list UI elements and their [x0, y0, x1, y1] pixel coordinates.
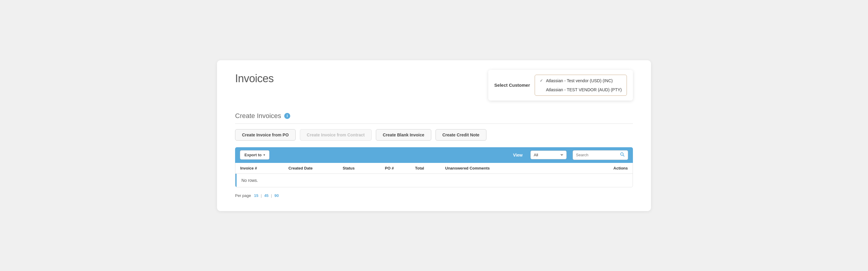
toolbar: Export to ▾ View All Draft Submitted App…: [235, 147, 633, 163]
search-wrapper: [572, 150, 628, 160]
col-total: Total: [415, 166, 445, 170]
view-select[interactable]: All Draft Submitted Approved Paid: [530, 150, 567, 159]
per-page-label: Per page: [235, 193, 251, 198]
section-divider: [235, 124, 633, 124]
customer-option-2[interactable]: ✓ Atlassian - TEST VENDOR (AUD) (PTY): [535, 85, 627, 94]
page-title: Invoices: [235, 72, 274, 85]
info-icon[interactable]: i: [284, 113, 290, 119]
checkmark-icon: ✓: [540, 78, 544, 83]
create-blank-invoice-button[interactable]: Create Blank Invoice: [376, 129, 431, 141]
create-invoice-from-po-button[interactable]: Create Invoice from PO: [235, 129, 296, 141]
section-title: Create Invoices: [235, 112, 281, 120]
no-rows-message: No rows.: [236, 174, 632, 187]
customer-dropdown[interactable]: ✓ Atlassian - Test vendor (USD) (INC) ✓ …: [535, 75, 627, 96]
customer-option-2-text: Atlassian - TEST VENDOR (AUD) (PTY): [546, 87, 622, 92]
per-page-90[interactable]: 90: [274, 193, 278, 198]
col-unanswered-comments: Unanswered Comments: [445, 166, 586, 170]
customer-selector: Select Customer ✓ Atlassian - Test vendo…: [488, 70, 633, 101]
per-page-45[interactable]: 45: [264, 193, 269, 198]
create-invoice-from-contract-button: Create Invoice from Contract: [300, 129, 372, 141]
page-container: Invoices Select Customer ✓ Atlassian - T…: [217, 60, 651, 211]
svg-line-1: [623, 155, 624, 156]
table-header: Invoice # Created Date Status PO # Total…: [236, 163, 632, 174]
customer-selector-label: Select Customer: [494, 82, 530, 88]
svg-point-0: [621, 153, 623, 156]
create-credit-note-button[interactable]: Create Credit Note: [435, 129, 487, 141]
table-container: Invoice # Created Date Status PO # Total…: [235, 163, 633, 187]
header-row: Invoices Select Customer ✓ Atlassian - T…: [235, 72, 633, 103]
col-invoice-num: Invoice #: [240, 166, 288, 170]
table-body: No rows.: [236, 174, 632, 187]
action-buttons-row: Create Invoice from PO Create Invoice fr…: [235, 129, 633, 141]
export-to-label: Export to: [244, 153, 261, 157]
per-page-15[interactable]: 15: [254, 193, 258, 198]
search-icon: [620, 152, 625, 158]
export-to-button[interactable]: Export to ▾: [240, 150, 270, 160]
col-actions: Actions: [586, 166, 628, 170]
customer-option-1-text: Atlassian - Test vendor (USD) (INC): [546, 78, 613, 83]
col-po-num: PO #: [385, 166, 415, 170]
col-status: Status: [343, 166, 385, 170]
export-chevron-icon: ▾: [264, 153, 265, 157]
pagination: Per page 15 | 45 | 90: [235, 192, 633, 199]
customer-option-1[interactable]: ✓ Atlassian - Test vendor (USD) (INC): [535, 76, 627, 85]
col-created-date: Created Date: [288, 166, 343, 170]
search-input[interactable]: [576, 153, 618, 157]
view-label: View: [513, 153, 523, 158]
section-header: Create Invoices i: [235, 112, 633, 120]
